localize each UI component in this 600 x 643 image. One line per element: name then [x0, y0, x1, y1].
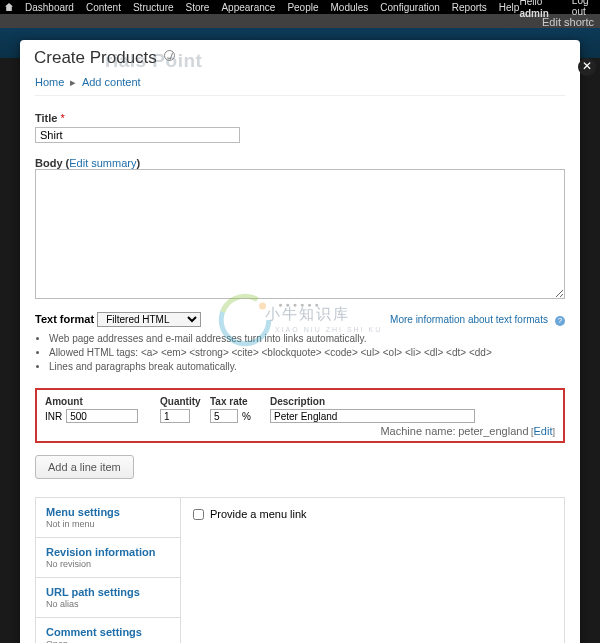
machine-edit-link[interactable]: Edit	[534, 425, 553, 437]
menu-modules[interactable]: Modules	[331, 2, 369, 13]
menu-store[interactable]: Store	[186, 2, 210, 13]
description-input[interactable]	[270, 409, 475, 423]
menu-dashboard[interactable]: Dashboard	[25, 2, 74, 13]
quantity-label: Quantity	[160, 396, 200, 407]
hello-label: Hello	[519, 0, 542, 7]
vtab-panel: Provide a menu link	[181, 498, 564, 643]
currency-label: INR	[45, 411, 62, 422]
admin-toolbar: Dashboard Content Structure Store Appear…	[0, 0, 600, 14]
percent-label: %	[242, 411, 251, 422]
menu-reports[interactable]: Reports	[452, 2, 487, 13]
title-input[interactable]	[35, 127, 240, 143]
vtab-url-path[interactable]: URL path settingsNo alias	[36, 578, 180, 618]
text-format-label: Text format	[35, 313, 94, 325]
format-hints: Web page addresses and e-mail addresses …	[49, 332, 565, 374]
help-icon[interactable]: ?	[555, 316, 565, 326]
text-format-info-link[interactable]: More information about text formats	[390, 314, 548, 325]
page-title: Create Products	[34, 48, 157, 67]
close-icon[interactable]: ✕	[578, 58, 596, 76]
menu-structure[interactable]: Structure	[133, 2, 174, 13]
vtab-comment[interactable]: Comment settingsOpen	[36, 618, 180, 643]
menu-link-checkbox[interactable]	[193, 509, 204, 520]
resize-grip[interactable]: ●●●●●●	[35, 301, 565, 309]
menu-link-label: Provide a menu link	[210, 508, 307, 520]
crumb-add-content[interactable]: Add content	[82, 76, 141, 88]
amount-input[interactable]	[66, 409, 138, 423]
line-item-box: Amount INR Quantity Tax rate %	[35, 388, 565, 443]
edit-summary-link[interactable]: Edit summary	[69, 157, 136, 169]
menu-help[interactable]: Help	[499, 2, 520, 13]
menu-people[interactable]: People	[287, 2, 318, 13]
description-label: Description	[270, 396, 555, 407]
vertical-tabs: Menu settingsNot in menu Revision inform…	[35, 497, 565, 643]
hint-item: Allowed HTML tags: <a> <em> <strong> <ci…	[49, 346, 565, 360]
crumb-home[interactable]: Home	[35, 76, 64, 88]
hint-item: Web page addresses and e-mail addresses …	[49, 332, 565, 346]
menu-appearance[interactable]: Appearance	[221, 2, 275, 13]
amount-label: Amount	[45, 396, 150, 407]
menu-configuration[interactable]: Configuration	[380, 2, 439, 13]
add-line-item-button[interactable]: Add a line item	[35, 455, 134, 479]
title-label: Title	[35, 112, 57, 124]
quantity-input[interactable]	[160, 409, 190, 423]
breadcrumb: Home ▸ Add content	[35, 76, 565, 96]
hint-item: Lines and paragraphs break automatically…	[49, 360, 565, 374]
shortcut-bar: Edit shortc	[0, 14, 600, 28]
vtab-revision[interactable]: Revision informationNo revision	[36, 538, 180, 578]
menu-content[interactable]: Content	[86, 2, 121, 13]
overlay-panel: rials Point Create Products ✕ Home ▸ Add…	[20, 40, 580, 643]
machine-name: Machine name: peter_england [Edit]	[380, 425, 555, 437]
required-marker: *	[60, 112, 64, 124]
tax-rate-label: Tax rate	[210, 396, 260, 407]
body-textarea[interactable]	[35, 169, 565, 299]
home-icon[interactable]	[5, 3, 13, 11]
text-format-select[interactable]: Filtered HTML	[97, 312, 201, 327]
edit-shortcuts-link[interactable]: Edit shortc	[542, 16, 594, 28]
shortcut-toggle-icon[interactable]	[164, 50, 175, 61]
vtab-menu-settings[interactable]: Menu settingsNot in menu	[36, 498, 180, 538]
tax-rate-input[interactable]	[210, 409, 238, 423]
body-label: Body	[35, 157, 63, 169]
